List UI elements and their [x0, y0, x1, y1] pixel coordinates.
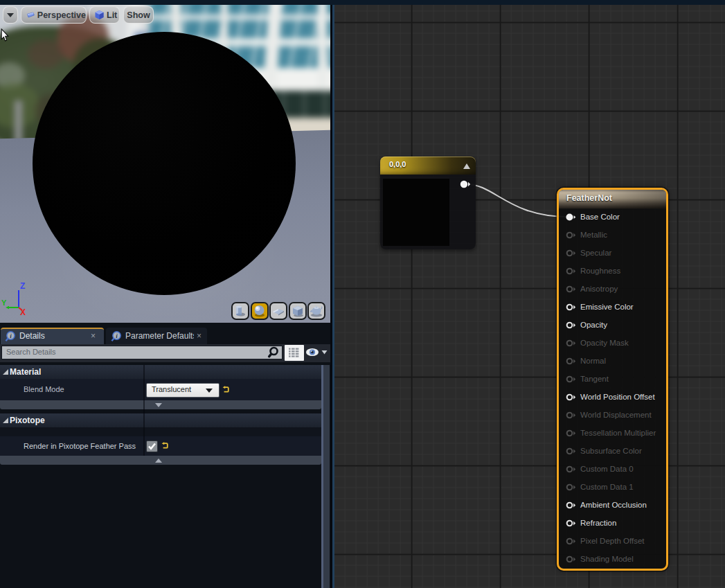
svg-text:Y: Y	[1, 299, 7, 307]
svg-text:Z: Z	[20, 281, 25, 291]
svg-text:X: X	[20, 308, 26, 317]
